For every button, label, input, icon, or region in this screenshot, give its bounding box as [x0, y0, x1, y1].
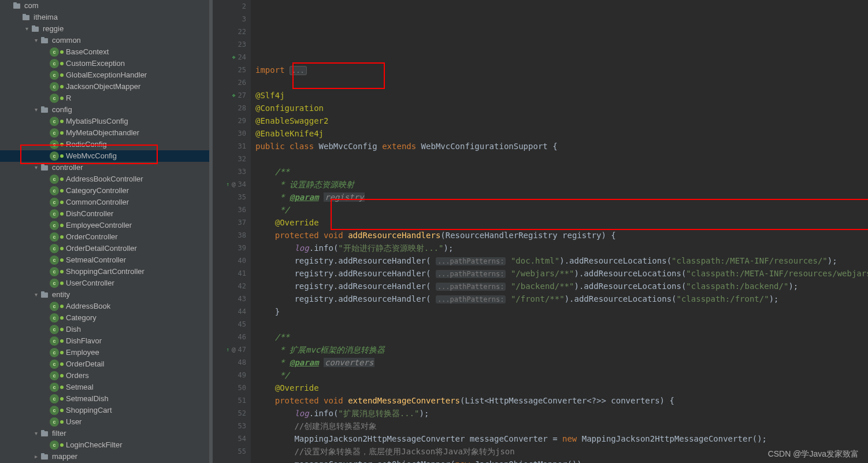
code-editor[interactable]: 232223❖242526❖27282930313233↑@3435363738…	[213, 0, 868, 463]
tree-row-com[interactable]: com	[0, 0, 213, 12]
tree-row-setmealdish[interactable]: SetmealDish	[0, 393, 213, 405]
code-line-41[interactable]	[255, 318, 868, 331]
tree-row-employee[interactable]: Employee	[0, 347, 213, 358]
code-line-34[interactable]: protected void addResourceHandlers(Resou…	[255, 229, 868, 242]
tree-row-employeecontroller[interactable]: EmployeeController	[0, 220, 213, 231]
tree-row-shoppingcart[interactable]: ShoppingCart	[0, 405, 213, 416]
tree-row-setmealcontroller[interactable]: SetmealController	[0, 254, 213, 266]
code-line-29[interactable]: /**	[255, 165, 868, 178]
tree-row-controller[interactable]: ▾controller	[0, 162, 213, 173]
code-line-39[interactable]: registry.addResourceHandler( ...pathPatt…	[255, 292, 868, 305]
code-line-28[interactable]	[255, 153, 868, 165]
class-icon	[50, 186, 59, 195]
tree-row-dishflavor[interactable]: DishFlavor	[0, 335, 213, 347]
tree-row-basecontext[interactable]: BaseContext	[0, 46, 213, 58]
code-line-2[interactable]	[255, 51, 868, 64]
tree-row-globalexceptionhandler[interactable]: GlobalExceptionHandler	[0, 69, 213, 81]
tree-row-ordercontroller[interactable]: OrderController	[0, 231, 213, 243]
tree-row-dish[interactable]: Dish	[0, 324, 213, 335]
class-icon	[50, 117, 59, 126]
spring-bean-indicator-icon	[60, 443, 64, 447]
tree-row-mymetaobjecthandler[interactable]: MyMetaObjecthandler	[0, 127, 213, 139]
code-line-32[interactable]: */	[255, 203, 868, 216]
line-number: 49	[238, 369, 246, 381]
tree-row-config[interactable]: ▾config	[0, 104, 213, 116]
tree-label: reggie	[43, 23, 64, 35]
tree-row-logincheckfilter[interactable]: LoginCheckFilter	[0, 439, 213, 451]
class-icon	[50, 82, 59, 91]
code-line-25[interactable]: @EnableSwagger2	[255, 114, 868, 127]
code-line-27[interactable]: public class WebMvcConfig extends WebMvc…	[255, 140, 868, 153]
code-line-44[interactable]: * @param converters	[255, 356, 868, 369]
code-line-23[interactable]: @Slf4j	[255, 89, 868, 102]
line-number: 43	[238, 292, 246, 305]
tree-row-redisconfig[interactable]: RedisConfig	[0, 139, 213, 150]
tree-row-mapper[interactable]: ▸mapper	[0, 451, 213, 462]
code-line-30[interactable]: * 设置静态资源映射	[255, 178, 868, 191]
tree-row-mybatisplusconfig[interactable]: MybatisPlusConfig	[0, 116, 213, 127]
code-line-33[interactable]: @Override	[255, 216, 868, 229]
tree-row-commoncontroller[interactable]: CommonController	[0, 197, 213, 208]
code-line-24[interactable]: @Configuration	[255, 102, 868, 114]
spring-bean-indicator-icon	[60, 235, 64, 239]
class-icon	[50, 279, 59, 288]
chevron-icon[interactable]: ▾	[32, 428, 39, 439]
tree-row-entity[interactable]: ▾entity	[0, 289, 213, 301]
tree-row-orderdetailcontroller[interactable]: OrderDetailController	[0, 243, 213, 254]
tree-row-dishcontroller[interactable]: DishController	[0, 208, 213, 220]
override-icon[interactable]: @	[232, 343, 236, 356]
tree-row-reggie[interactable]: ▾reggie	[0, 23, 213, 35]
tree-row-addressbook[interactable]: AddressBook	[0, 301, 213, 312]
chevron-icon[interactable]: ▾	[23, 23, 30, 35]
override-icon[interactable]: @	[232, 178, 236, 191]
code-line-37[interactable]: registry.addResourceHandler( ...pathPatt…	[255, 267, 868, 280]
tree-row-jacksonobjectmapper[interactable]: JacksonObjectMapper	[0, 81, 213, 92]
code-line-47[interactable]: protected void extendMessageConverters(L…	[255, 394, 868, 407]
code-line-22[interactable]	[255, 76, 868, 89]
chevron-icon[interactable]: ▾	[32, 104, 39, 116]
code-line-50[interactable]: MappingJackson2HttpMessageConverter mess…	[255, 432, 868, 445]
tree-row-categorycontroller[interactable]: CategoryController	[0, 185, 213, 197]
tree-row-customexception[interactable]: CustomException	[0, 58, 213, 69]
code-line-26[interactable]: @EnableKnife4j	[255, 127, 868, 140]
override-up-icon[interactable]: ↑	[226, 343, 229, 356]
tree-label: GlobalExceptionHandler	[66, 69, 147, 81]
tree-row-user[interactable]: User	[0, 416, 213, 428]
tree-row-setmeal[interactable]: Setmeal	[0, 381, 213, 393]
code-line-43[interactable]: * 扩展mvc框架的消息转换器	[255, 343, 868, 356]
chevron-icon[interactable]: ▾	[32, 289, 39, 301]
tree-row-r[interactable]: R	[0, 92, 213, 104]
code-area[interactable]: import ...@Slf4j@Configuration@EnableSwa…	[251, 0, 868, 463]
spring-bean-indicator-icon	[60, 339, 64, 343]
tree-row-webmvcconfig[interactable]: WebMvcConfig	[0, 150, 213, 162]
tree-row-addressbookcontroller[interactable]: AddressBookController	[0, 173, 213, 185]
code-line-46[interactable]: @Override	[255, 381, 868, 394]
chevron-icon[interactable]: ▾	[32, 35, 39, 46]
tree-row-usercontroller[interactable]: UserController	[0, 277, 213, 289]
code-line-45[interactable]: */	[255, 369, 868, 381]
code-line-31[interactable]: * @param registry	[255, 191, 868, 203]
run-gutter-icon[interactable]: ❖	[232, 89, 236, 102]
class-icon	[50, 325, 59, 334]
tree-row-orders[interactable]: Orders	[0, 370, 213, 381]
tree-row-shoppingcartcontroller[interactable]: ShoppingCartController	[0, 266, 213, 277]
code-line-35[interactable]: log.info("开始进行静态资源映射...");	[255, 242, 868, 254]
tree-row-filter[interactable]: ▾filter	[0, 428, 213, 439]
tree-row-orderdetail[interactable]: OrderDetail	[0, 358, 213, 370]
line-number: 46	[238, 331, 246, 343]
line-number: 24	[238, 51, 246, 64]
tree-row-common[interactable]: ▾common	[0, 35, 213, 46]
chevron-icon[interactable]: ▾	[32, 162, 39, 173]
chevron-icon[interactable]: ▸	[32, 451, 39, 462]
code-line-36[interactable]: registry.addResourceHandler( ...pathPatt…	[255, 254, 868, 267]
spring-bean-indicator-icon	[60, 97, 64, 100]
override-up-icon[interactable]: ↑	[226, 178, 229, 191]
code-line-49[interactable]: //创建消息转换器对象	[255, 420, 868, 432]
code-line-3[interactable]: import ...	[255, 64, 868, 76]
tree-row-itheima[interactable]: itheima	[0, 12, 213, 23]
code-line-40[interactable]: }	[255, 305, 868, 318]
tree-row-category[interactable]: Category	[0, 312, 213, 324]
code-line-42[interactable]: /**	[255, 331, 868, 343]
code-line-48[interactable]: log.info("扩展消息转换器...");	[255, 407, 868, 420]
code-line-38[interactable]: registry.addResourceHandler( ...pathPatt…	[255, 280, 868, 292]
